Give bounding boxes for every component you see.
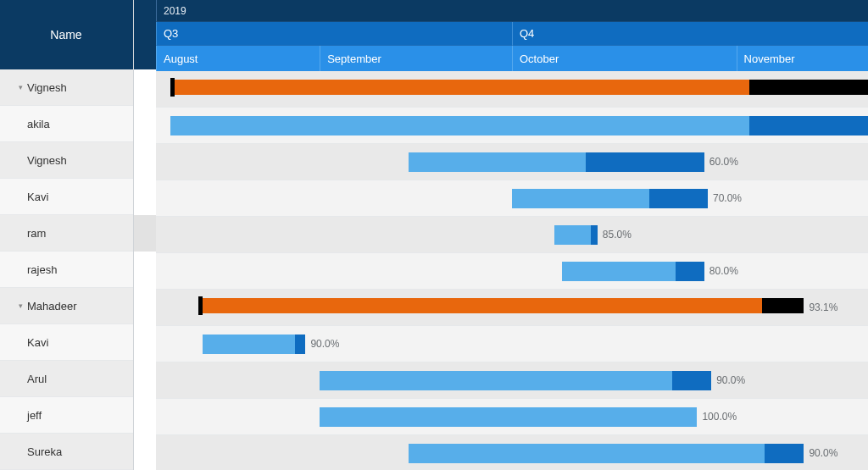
timeline-quarter-label: Q3 (164, 27, 178, 40)
gap-row (134, 434, 156, 470)
progress-segment (512, 189, 649, 208)
progress-segment (409, 152, 586, 172)
summary-cap-left (170, 78, 175, 97)
name-row-label: Kavi (27, 336, 48, 349)
gap-row (134, 142, 156, 179)
timeline-quarter-cell: Q3 (156, 22, 512, 46)
task-row: 85.0% (156, 217, 868, 253)
name-column-header-label: Name (50, 28, 81, 41)
progress-label: 90.0% (310, 338, 339, 350)
name-row-label: jeff (27, 409, 42, 422)
progress-segment (198, 298, 762, 313)
timeline-panel: 2019 Q3Q4 AugustSeptemberOctoberNovember… (156, 0, 868, 470)
remaining-segment (749, 80, 868, 95)
progress-label: 93.1% (809, 301, 837, 313)
timeline-month-label: August (164, 53, 198, 65)
task-bar[interactable] (170, 116, 868, 135)
name-row[interactable]: ▾ram (0, 215, 133, 252)
task-bar[interactable] (562, 262, 704, 281)
progress-segment (170, 80, 749, 95)
name-row-label: ram (27, 227, 46, 240)
timeline-quarter-row: Q3Q4 (156, 22, 868, 46)
progress-segment (203, 335, 296, 354)
gap-row (134, 288, 156, 324)
task-row (156, 108, 868, 144)
task-bar[interactable] (409, 444, 804, 463)
progress-label: 80.0% (709, 265, 738, 277)
timeline-quarter-cell: Q4 (512, 22, 868, 46)
task-row: 100.0% (156, 399, 868, 435)
name-column: Name ▾Vignesh▾akila▾Vignesh▾Kavi▾ram▾raj… (0, 0, 134, 470)
name-row[interactable]: ▾Sureka (0, 434, 133, 470)
remaining-segment (749, 116, 868, 135)
name-row-label: Arul (27, 373, 47, 385)
timeline-month-cell: September (320, 46, 512, 71)
timeline-month-label: October (520, 53, 559, 65)
name-row-label: Sureka (27, 445, 62, 458)
name-row-label: rajesh (27, 263, 57, 276)
name-row[interactable]: ▾Kavi (0, 179, 133, 215)
name-row-label: Mahadeer (27, 300, 77, 312)
task-row: 90.0% (156, 326, 868, 362)
name-row[interactable]: ▾Kavi (0, 324, 133, 361)
task-bar[interactable] (320, 407, 697, 427)
remaining-segment (586, 152, 704, 172)
remaining-segment (765, 444, 804, 463)
summary-bar[interactable] (198, 298, 804, 313)
name-row[interactable]: ▾rajesh (0, 252, 133, 288)
progress-segment (409, 444, 765, 463)
gap-row (134, 106, 156, 142)
task-row (156, 71, 868, 108)
task-bar[interactable] (203, 335, 306, 354)
name-row[interactable]: ▾Vignesh (0, 142, 133, 179)
progress-label: 90.0% (809, 447, 837, 459)
name-row[interactable]: ▾Vignesh (0, 69, 133, 106)
timeline-month-row: AugustSeptemberOctoberNovember (156, 46, 868, 71)
gap-row (134, 69, 156, 106)
gap-row (134, 252, 156, 288)
timeline-month-label: September (327, 53, 381, 65)
task-bar[interactable] (512, 189, 708, 208)
chevron-down-icon[interactable]: ▾ (15, 83, 25, 91)
name-row[interactable]: ▾akila (0, 106, 133, 142)
gantt-chart: Name ▾Vignesh▾akila▾Vignesh▾Kavi▾ram▾raj… (0, 0, 868, 470)
remaining-segment (649, 189, 708, 208)
remaining-segment (672, 371, 711, 390)
timeline-body[interactable]: 60.0%70.0%85.0%80.0%93.1%90.0%90.0%100.0… (156, 71, 868, 470)
progress-label: 85.0% (603, 229, 632, 241)
progress-label: 60.0% (709, 156, 738, 168)
timeline-month-label: November (744, 53, 795, 65)
task-row: 90.0% (156, 435, 868, 470)
timeline-header: 2019 Q3Q4 AugustSeptemberOctoberNovember (156, 0, 868, 71)
task-bar[interactable] (554, 225, 597, 245)
task-row: 80.0% (156, 253, 868, 290)
name-row-label: Vignesh (27, 81, 67, 94)
name-row[interactable]: ▾Arul (0, 361, 133, 397)
task-row: 70.0% (156, 180, 868, 217)
gap-row (134, 397, 156, 434)
remaining-segment (295, 335, 305, 354)
gap-row (134, 215, 156, 252)
remaining-segment (676, 262, 704, 281)
chevron-down-icon[interactable]: ▾ (15, 301, 25, 310)
task-row: 60.0% (156, 144, 868, 180)
progress-segment (320, 371, 672, 390)
gap-row (134, 324, 156, 361)
remaining-segment (762, 298, 804, 313)
timeline-year-label: 2019 (164, 5, 186, 17)
name-row[interactable]: ▾Mahadeer (0, 288, 133, 324)
name-row-label: akila (27, 118, 50, 130)
task-row: 90.0% (156, 362, 868, 399)
gap-row (134, 179, 156, 215)
timeline-quarter-label: Q4 (520, 27, 534, 40)
splitter[interactable] (134, 0, 156, 470)
task-bar[interactable] (320, 371, 711, 390)
name-row[interactable]: ▾jeff (0, 397, 133, 434)
name-row-label: Vignesh (27, 154, 67, 167)
progress-label: 90.0% (716, 374, 745, 386)
name-row-label: Kavi (27, 191, 48, 203)
progress-segment (562, 262, 676, 281)
summary-bar[interactable] (170, 80, 868, 95)
task-bar[interactable] (409, 152, 704, 172)
summary-cap-left (198, 296, 203, 315)
